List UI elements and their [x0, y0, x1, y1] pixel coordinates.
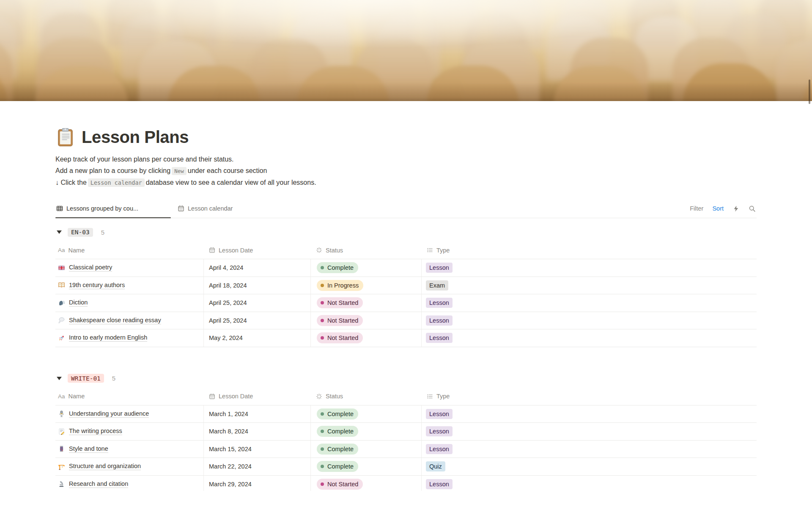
page-link[interactable]: The writing process	[69, 428, 122, 435]
table-row[interactable]: Classical poetry April 4, 2024 Complete …	[55, 259, 757, 277]
table-row[interactable]: Structure and organization March 22, 202…	[55, 458, 757, 476]
search-icon[interactable]	[749, 205, 756, 212]
status-cell[interactable]: Complete	[311, 458, 422, 475]
status-dot-icon	[321, 336, 324, 340]
column-label: Name	[69, 393, 85, 400]
name-cell[interactable]: Diction	[55, 294, 204, 312]
column-header-name[interactable]: Aa Name	[55, 388, 204, 405]
type-cell[interactable]: Quiz	[422, 458, 757, 475]
table-row[interactable]: The writing process March 8, 2024 Comple…	[55, 423, 757, 441]
type-cell[interactable]: Lesson	[422, 476, 757, 493]
cover-image[interactable]	[0, 0, 812, 101]
lesson-date-cell[interactable]: April 18, 2024	[204, 277, 311, 294]
status-cell[interactable]: In Progress	[311, 277, 422, 294]
lesson-date-cell[interactable]: March 1, 2024	[204, 406, 311, 423]
page-link[interactable]: Style and tone	[69, 445, 108, 453]
title-row: Lesson Plans	[55, 126, 757, 148]
status-cell[interactable]: Not Started	[311, 476, 422, 493]
table-row[interactable]: Style and tone March 15, 2024 Complete L…	[55, 441, 757, 458]
page-link[interactable]: Structure and organization	[69, 463, 141, 470]
status-dot-icon	[321, 447, 324, 451]
type-badge: Quiz	[426, 461, 445, 471]
group-header: WRITE-01 5	[55, 372, 757, 385]
open-book-icon	[58, 282, 65, 289]
status-badge: Complete	[317, 444, 358, 455]
status-label: Complete	[327, 446, 354, 452]
type-cell[interactable]: Lesson	[422, 441, 757, 458]
table-row[interactable]: 19th century authors April 18, 2024 In P…	[55, 277, 757, 295]
status-cell[interactable]: Complete	[311, 423, 422, 440]
column-header-lesson-date[interactable]: Lesson Date	[204, 241, 311, 259]
lesson-calendar-chip: Lesson calendar	[88, 178, 145, 187]
lesson-date-cell[interactable]: March 15, 2024	[204, 441, 311, 458]
page-link[interactable]: Shakespeare close reading essay	[69, 317, 161, 324]
table-row[interactable]: Diction April 25, 2024 Not Started Lesso…	[55, 294, 757, 312]
column-header-name[interactable]: Aa Name	[55, 241, 204, 259]
table-row[interactable]: Shakespeare close reading essay April 25…	[55, 312, 757, 330]
status-cell[interactable]: Complete	[311, 259, 422, 277]
table-row[interactable]: Research and citation March 29, 2024 Not…	[55, 476, 757, 493]
tab-lesson-calendar[interactable]: Lesson calendar	[177, 199, 237, 218]
name-cell[interactable]: 19th century authors	[55, 277, 204, 294]
status-cell[interactable]: Not Started	[311, 329, 422, 347]
name-cell[interactable]: Understanding your audience	[55, 406, 204, 423]
column-header-type[interactable]: Type	[422, 241, 757, 259]
page-link[interactable]: Diction	[69, 299, 88, 307]
table-row[interactable]: Intro to early modern English May 2, 202…	[55, 329, 757, 347]
name-cell[interactable]: The writing process	[55, 423, 204, 440]
page-link[interactable]: 19th century authors	[69, 282, 125, 289]
status-label: Not Started	[327, 299, 358, 306]
group-toggle-triangle-icon[interactable]	[57, 377, 62, 380]
name-cell[interactable]: Shakespeare close reading essay	[55, 312, 204, 329]
group-course-tag[interactable]: EN-03	[68, 228, 93, 237]
automations-bolt-icon[interactable]	[732, 205, 740, 212]
lesson-date-cell[interactable]: March 8, 2024	[204, 423, 311, 440]
column-label: Lesson Date	[219, 393, 253, 400]
lesson-date-cell[interactable]: May 2, 2024	[204, 329, 311, 347]
name-cell[interactable]: Classical poetry	[55, 259, 204, 277]
lesson-date-cell[interactable]: April 4, 2024	[204, 259, 311, 277]
scrollbar-thumb[interactable]	[809, 79, 810, 104]
view-toolbar: Lessons grouped by cou... Lesson calenda…	[55, 199, 757, 218]
lesson-date-cell[interactable]: March 29, 2024	[204, 476, 311, 493]
type-cell[interactable]: Lesson	[422, 406, 757, 423]
type-badge: Lesson	[426, 479, 453, 489]
select-property-icon	[427, 393, 433, 400]
page-link[interactable]: Intro to early modern English	[69, 334, 147, 342]
column-header-status[interactable]: Status	[311, 241, 422, 259]
lesson-date-cell[interactable]: April 25, 2024	[204, 312, 311, 329]
sort-button[interactable]: Sort	[712, 205, 724, 212]
name-cell[interactable]: Structure and organization	[55, 458, 204, 475]
filter-button[interactable]: Filter	[690, 205, 703, 212]
clipboard-icon[interactable]	[55, 127, 75, 147]
text-property-icon: Aa	[58, 393, 65, 400]
status-cell[interactable]: Not Started	[311, 294, 422, 312]
name-cell[interactable]: Style and tone	[55, 441, 204, 458]
type-cell[interactable]: Lesson	[422, 423, 757, 440]
tab-lessons-grouped-by-course[interactable]: Lessons grouped by cou...	[55, 199, 171, 218]
page-link[interactable]: Research and citation	[69, 480, 128, 488]
page-link[interactable]: Classical poetry	[69, 264, 112, 271]
column-header-lesson-date[interactable]: Lesson Date	[204, 388, 311, 405]
column-header-status[interactable]: Status	[311, 388, 422, 405]
group-toggle-triangle-icon[interactable]	[57, 230, 62, 234]
column-header-type[interactable]: Type	[422, 388, 757, 405]
lesson-date-cell[interactable]: March 22, 2024	[204, 458, 311, 475]
type-cell[interactable]: Exam	[422, 277, 757, 294]
name-cell[interactable]: Intro to early modern English	[55, 329, 204, 347]
tab-label: Lessons grouped by cou...	[66, 205, 138, 212]
group-course-tag[interactable]: WRITE-01	[68, 374, 104, 383]
status-cell[interactable]: Complete	[311, 406, 422, 423]
status-cell[interactable]: Not Started	[311, 312, 422, 329]
group-header: EN-03 5	[55, 226, 757, 238]
name-cell[interactable]: Research and citation	[55, 476, 204, 493]
page-link[interactable]: Understanding your audience	[69, 410, 149, 418]
status-cell[interactable]: Complete	[311, 441, 422, 458]
type-cell[interactable]: Lesson	[422, 329, 757, 347]
table-row[interactable]: Understanding your audience March 1, 202…	[55, 406, 757, 423]
type-cell[interactable]: Lesson	[422, 294, 757, 312]
status-badge: Complete	[317, 408, 358, 419]
type-cell[interactable]: Lesson	[422, 312, 757, 329]
type-cell[interactable]: Lesson	[422, 259, 757, 277]
lesson-date-cell[interactable]: April 25, 2024	[204, 294, 311, 312]
